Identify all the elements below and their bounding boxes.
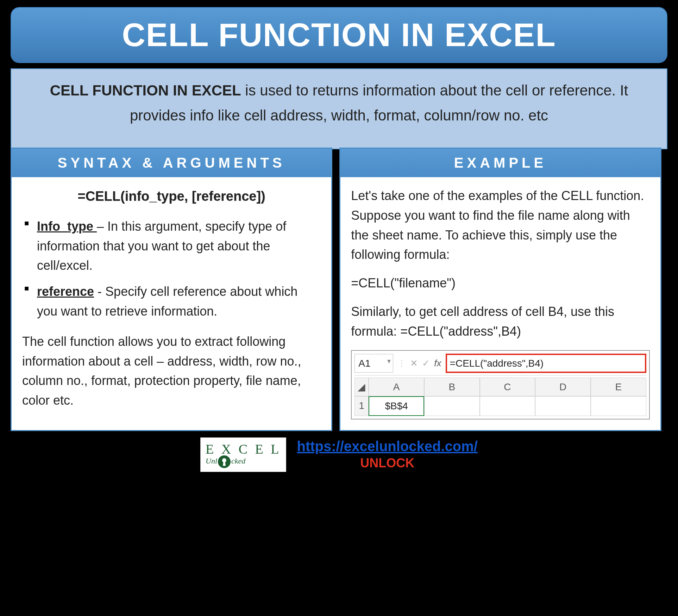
- footer-url-link[interactable]: https://excelunlocked.com/: [297, 438, 477, 454]
- col-header[interactable]: C: [480, 378, 535, 396]
- col-header[interactable]: B: [424, 378, 480, 396]
- spreadsheet-grid: ◢ A B C D E 1 $B$4: [354, 378, 646, 416]
- syntax-body: =CELL(info_type, [reference]) Info_type …: [12, 177, 331, 430]
- logo-text-sub: Unlcked: [206, 455, 281, 468]
- cell-a1[interactable]: $B$4: [369, 396, 424, 416]
- formula-bar-input[interactable]: =CELL("address",B4): [446, 354, 646, 373]
- example-header: EXAMPLE: [340, 149, 660, 177]
- page-title: CELL FUNCTION IN EXCEL: [25, 17, 653, 54]
- separator-icon: ⋮: [397, 357, 406, 370]
- syntax-formula: =CELL(info_type, [reference]): [22, 186, 321, 207]
- argument-name: Info_type: [37, 219, 97, 234]
- logo: E X C E L Unlcked: [200, 437, 286, 472]
- keyhole-icon: [218, 455, 231, 468]
- enter-icon[interactable]: ✓: [422, 356, 430, 370]
- footer: E X C E L Unlcked https://excelunlocked.…: [7, 437, 671, 472]
- formula-bar-row: A1 ⋮ ✕ ✓ fx =CELL("address",B4): [354, 354, 646, 375]
- fx-icon[interactable]: fx: [434, 356, 441, 370]
- corner-cell[interactable]: ◢: [354, 378, 369, 396]
- description-lead: CELL FUNCTION IN EXCEL: [50, 82, 241, 99]
- title-banner: CELL FUNCTION IN EXCEL: [11, 7, 667, 63]
- example-text-2: Similarly, to get cell address of cell B…: [351, 302, 649, 341]
- example-formula-1: =CELL("filename"): [351, 273, 649, 293]
- name-box[interactable]: A1: [354, 354, 393, 373]
- footer-unlock-text: UNLOCK: [297, 456, 477, 471]
- footer-links: https://excelunlocked.com/ UNLOCK: [297, 438, 477, 471]
- columns: SYNTAX & ARGUMENTS =CELL(info_type, [ref…: [7, 148, 671, 431]
- argument-list: Info_type – In this argument, specify ty…: [22, 217, 321, 321]
- cell[interactable]: [535, 396, 591, 416]
- excel-screenshot: A1 ⋮ ✕ ✓ fx =CELL("address",B4) ◢ A B C …: [351, 350, 649, 419]
- argument-item: reference - Specify cell reference about…: [22, 282, 321, 321]
- cell[interactable]: [424, 396, 480, 416]
- example-text-1: Let's take one of the examples of the CE…: [351, 186, 649, 265]
- description-box: CELL FUNCTION IN EXCEL is used to return…: [11, 68, 667, 149]
- logo-text-top: E X C E L: [206, 441, 281, 457]
- syntax-header: SYNTAX & ARGUMENTS: [12, 149, 331, 177]
- col-header[interactable]: A: [369, 378, 424, 396]
- syntax-note: The cell function allows you to extract …: [22, 332, 321, 410]
- col-header[interactable]: D: [535, 378, 591, 396]
- cancel-icon[interactable]: ✕: [410, 356, 418, 370]
- col-header[interactable]: E: [591, 378, 646, 396]
- example-body: Let's take one of the examples of the CE…: [340, 177, 660, 430]
- cell[interactable]: [591, 396, 646, 416]
- cell[interactable]: [480, 396, 535, 416]
- argument-item: Info_type – In this argument, specify ty…: [22, 217, 321, 275]
- example-panel: EXAMPLE Let's take one of the examples o…: [339, 148, 661, 431]
- row-header[interactable]: 1: [354, 396, 369, 416]
- argument-name: reference: [37, 284, 94, 299]
- syntax-panel: SYNTAX & ARGUMENTS =CELL(info_type, [ref…: [11, 148, 332, 431]
